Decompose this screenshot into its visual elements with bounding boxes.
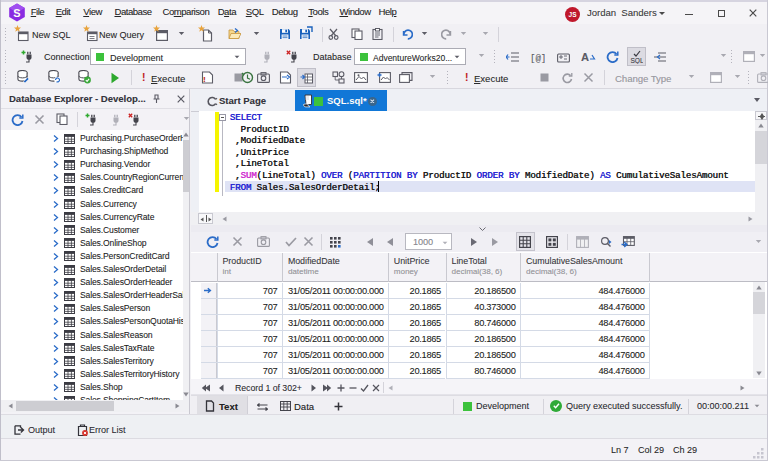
svg-text:[@]: [@] (530, 54, 546, 64)
svg-text:A: A (581, 51, 589, 63)
svg-text:!: ! (203, 75, 206, 84)
svg-text:S: S (13, 7, 20, 19)
svg-text:SQL: SQL (631, 57, 644, 64)
